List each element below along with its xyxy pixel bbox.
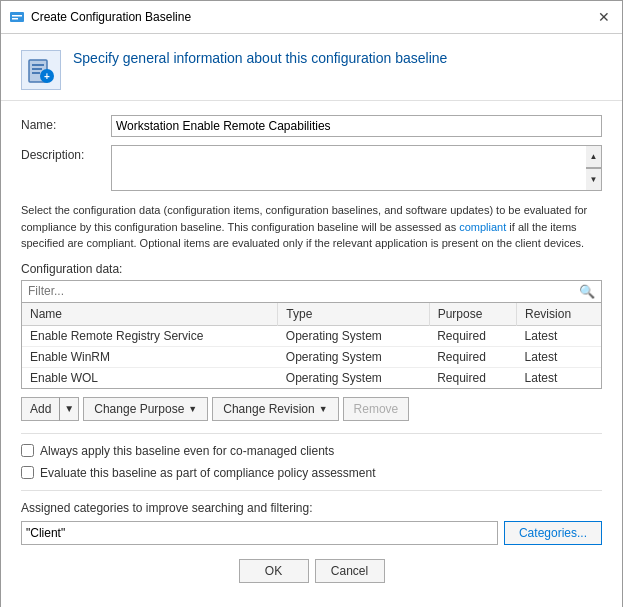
remove-button[interactable]: Remove	[343, 397, 410, 421]
content-area: Name: Description: ▲ ▼ Select the config…	[1, 101, 622, 607]
svg-rect-1	[12, 15, 22, 17]
header-icon: +	[21, 50, 61, 90]
filter-row: 🔍	[21, 280, 602, 303]
change-purpose-arrow: ▼	[188, 404, 197, 414]
info-text: Select the configuration data (configura…	[21, 202, 602, 252]
svg-rect-5	[32, 64, 44, 66]
cell-revision: Latest	[517, 367, 601, 388]
change-purpose-button[interactable]: Change Purpose ▼	[83, 397, 208, 421]
filter-input[interactable]	[22, 281, 573, 301]
cell-name: Enable Remote Registry Service	[22, 325, 278, 346]
cell-revision: Latest	[517, 325, 601, 346]
cancel-button[interactable]: Cancel	[315, 559, 385, 583]
always-apply-label: Always apply this baseline even for co-m…	[40, 444, 334, 458]
description-scrollbar: ▲ ▼	[586, 145, 602, 191]
name-input[interactable]	[111, 115, 602, 137]
description-input[interactable]	[111, 145, 602, 191]
svg-rect-2	[12, 18, 18, 20]
table-row[interactable]: Enable WOLOperating SystemRequiredLatest	[22, 367, 601, 388]
name-label: Name:	[21, 115, 111, 132]
separator-2	[21, 490, 602, 491]
svg-rect-7	[32, 72, 40, 74]
add-button-group: Add ▼	[21, 397, 79, 421]
table-header-row: Name Type Purpose Revision	[22, 303, 601, 326]
checkbox-row-2: Evaluate this baseline as part of compli…	[21, 466, 602, 480]
name-row: Name:	[21, 115, 602, 137]
ok-button[interactable]: OK	[239, 559, 309, 583]
cell-name: Enable WOL	[22, 367, 278, 388]
col-type: Type	[278, 303, 429, 326]
cell-type: Operating System	[278, 367, 429, 388]
always-apply-checkbox[interactable]	[21, 444, 34, 457]
evaluate-baseline-checkbox[interactable]	[21, 466, 34, 479]
change-revision-label: Change Revision	[223, 402, 314, 416]
change-revision-arrow: ▼	[319, 404, 328, 414]
header-content: Specify general information about this c…	[73, 50, 447, 78]
categories-button[interactable]: Categories...	[504, 521, 602, 545]
title-bar: Create Configuration Baseline ✕	[1, 1, 622, 34]
compliant-text: compliant	[459, 221, 506, 233]
add-button[interactable]: Add	[21, 397, 59, 421]
window-icon	[9, 9, 25, 25]
categories-label: Assigned categories to improve searching…	[21, 501, 602, 515]
cell-type: Operating System	[278, 346, 429, 367]
table-body: Enable Remote Registry ServiceOperating …	[22, 325, 601, 388]
col-name: Name	[22, 303, 278, 326]
cell-type: Operating System	[278, 325, 429, 346]
evaluate-baseline-label: Evaluate this baseline as part of compli…	[40, 466, 376, 480]
cell-revision: Latest	[517, 346, 601, 367]
header-section: + Specify general information about this…	[1, 34, 622, 101]
cell-purpose: Required	[429, 367, 516, 388]
description-wrapper: ▲ ▼	[111, 145, 602, 194]
scroll-up-arrow[interactable]: ▲	[586, 145, 602, 168]
description-row: Description: ▲ ▼	[21, 145, 602, 194]
change-purpose-label: Change Purpose	[94, 402, 184, 416]
cell-name: Enable WinRM	[22, 346, 278, 367]
title-bar-left: Create Configuration Baseline	[9, 9, 191, 25]
categories-input[interactable]	[21, 521, 498, 545]
description-label: Description:	[21, 145, 111, 162]
col-revision: Revision	[517, 303, 601, 326]
col-purpose: Purpose	[429, 303, 516, 326]
config-data-label: Configuration data:	[21, 262, 602, 276]
add-dropdown-arrow[interactable]: ▼	[59, 397, 79, 421]
cell-purpose: Required	[429, 325, 516, 346]
action-buttons-row: Add ▼ Change Purpose ▼ Change Revision ▼…	[21, 397, 602, 421]
svg-text:+: +	[44, 71, 50, 82]
scroll-down-arrow[interactable]: ▼	[586, 168, 602, 191]
svg-rect-0	[10, 12, 24, 22]
table-row[interactable]: Enable WinRMOperating SystemRequiredLate…	[22, 346, 601, 367]
title-text: Create Configuration Baseline	[31, 10, 191, 24]
separator-1	[21, 433, 602, 434]
config-table: Name Type Purpose Revision Enable Remote…	[22, 303, 601, 388]
cell-purpose: Required	[429, 346, 516, 367]
svg-rect-6	[32, 68, 42, 70]
table-row[interactable]: Enable Remote Registry ServiceOperating …	[22, 325, 601, 346]
change-revision-button[interactable]: Change Revision ▼	[212, 397, 338, 421]
baseline-icon: +	[27, 56, 55, 84]
close-button[interactable]: ✕	[594, 7, 614, 27]
config-table-container: Name Type Purpose Revision Enable Remote…	[21, 303, 602, 389]
header-top: + Specify general information about this…	[21, 50, 602, 90]
search-icon: 🔍	[573, 281, 601, 302]
dialog-window: Create Configuration Baseline ✕ + Specif…	[0, 0, 623, 607]
checkbox-row-1: Always apply this baseline even for co-m…	[21, 444, 602, 458]
footer-buttons: OK Cancel	[21, 559, 602, 597]
header-title: Specify general information about this c…	[73, 50, 447, 66]
categories-row: Categories...	[21, 521, 602, 545]
